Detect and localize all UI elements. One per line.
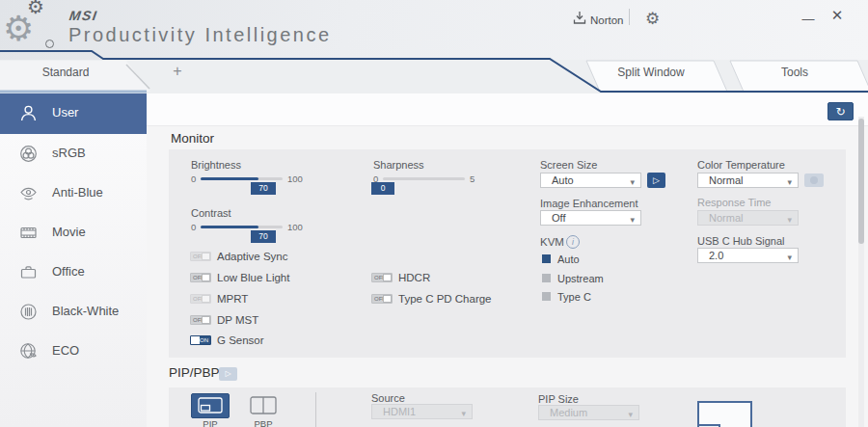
sidebar-item-label: Black-White — [52, 304, 119, 318]
brightness-slider[interactable] — [201, 177, 283, 180]
low-blue-light-label: Low Blue Light — [217, 272, 289, 283]
screen-size-apply-button[interactable]: ▷ — [647, 173, 665, 188]
sharpness-value-badge: 0 — [371, 182, 394, 195]
tab-tools[interactable]: Tools — [730, 66, 859, 79]
kvm-label: KVM — [540, 236, 564, 248]
pip-size-label: PIP Size — [538, 393, 579, 405]
contrast-min: 0 — [191, 222, 196, 232]
chevron-down-icon: ▾ — [787, 175, 792, 189]
pip-pbp-section-title: PIP/PBP — [169, 365, 220, 380]
minimize-button[interactable]: — — [800, 12, 817, 26]
content-header — [147, 93, 868, 126]
briefcase-icon — [18, 262, 39, 282]
sharpness-label: Sharpness — [373, 159, 424, 171]
brightness-label: Brightness — [191, 159, 241, 171]
type-c-pd-charge-label: Type C PD Charge — [398, 293, 492, 305]
chevron-down-icon: ▾ — [630, 213, 635, 227]
sidebar-item-office[interactable]: Office — [0, 253, 147, 292]
sidebar-item-label: User — [52, 105, 78, 120]
source-dropdown: HDMI1 ▾ — [371, 404, 473, 419]
kvm-radio-auto-label: Auto — [557, 254, 580, 265]
pbp-mode-label: PBP — [244, 418, 283, 427]
monitor-section-title: Monitor — [171, 131, 214, 146]
sidebar-item-label: ECO — [52, 343, 79, 358]
chevron-down-icon: ▾ — [461, 407, 466, 420]
adaptive-sync-toggle: OFF — [190, 252, 211, 261]
g-sensor-toggle[interactable]: ON — [190, 335, 211, 345]
pip-panel-divider — [315, 392, 316, 427]
kvm-radio-upstream[interactable] — [542, 274, 551, 282]
app-title: Productivity Intelligence — [68, 24, 332, 46]
refresh-icon: ↻ — [835, 105, 845, 119]
sidebar-item-label: sRGB — [52, 146, 86, 160]
kvm-radio-auto[interactable] — [542, 254, 551, 263]
pip-icon — [198, 401, 223, 417]
sidebar-item-srgb[interactable]: sRGB — [0, 134, 147, 173]
app-window: ⚙ ⚙ MSI Productivity Intelligence Norton… — [0, 0, 868, 427]
image-enhancement-dropdown[interactable]: Off ▾ — [540, 210, 641, 226]
color-temperature-custom-button — [804, 173, 824, 187]
image-enhancement-label: Image Enhancement — [540, 198, 638, 209]
response-time-dropdown: Normal ▾ — [697, 210, 799, 226]
g-sensor-label: G Sensor — [217, 334, 264, 346]
pip-size-dropdown: Medium ▾ — [538, 405, 639, 420]
hdcr-toggle[interactable]: OFF — [371, 273, 393, 282]
add-tab-button[interactable]: + — [168, 63, 187, 80]
close-button[interactable]: ✕ — [827, 7, 847, 24]
tab-split-window[interactable]: Split Window — [586, 66, 716, 79]
mprt-toggle: OFF — [190, 294, 211, 304]
contrast-slider[interactable] — [201, 226, 283, 228]
screen-size-label: Screen Size — [540, 159, 597, 171]
contrast-max: 100 — [287, 222, 303, 232]
sidebar-item-label: Movie — [52, 225, 86, 239]
eco-globe-icon — [18, 341, 39, 361]
settings-gear-icon[interactable]: ⚙ — [645, 9, 660, 29]
norton-label: Norton — [590, 14, 624, 26]
chevron-down-icon: ▾ — [787, 251, 792, 264]
brightness-max: 100 — [287, 173, 303, 184]
usb-c-hub-signal-dropdown[interactable]: 2.0 ▾ — [697, 248, 799, 263]
contrast-label: Contrast — [191, 207, 231, 219]
screen-size-dropdown[interactable]: Auto ▾ — [540, 173, 641, 188]
sidebar-item-label: Anti-Blue — [52, 185, 103, 200]
dp-mst-label: DP MST — [217, 314, 258, 326]
contrast-value-badge: 70 — [251, 230, 276, 243]
brand-logo: MSI — [68, 8, 99, 23]
mprt-label: MPRT — [217, 293, 248, 305]
monitor-panel: Brightness 0 100 70 Sharpness 0 5 0 Cont… — [169, 149, 846, 358]
brightness-min: 0 — [191, 173, 196, 184]
header-divider — [629, 9, 630, 25]
app-header: ⚙ ⚙ MSI Productivity Intelligence Norton… — [0, 0, 868, 60]
sidebar-item-movie[interactable]: Movie — [0, 213, 147, 253]
sidebar: User sRGB Anti-Blue Movie Office — [0, 93, 147, 427]
sidebar-item-eco[interactable]: ECO — [0, 332, 147, 371]
low-blue-light-toggle[interactable]: OFF — [190, 273, 211, 282]
chevron-down-icon: ▾ — [787, 213, 792, 227]
download-icon — [573, 11, 586, 29]
usb-c-hub-signal-label: USB C Hub Signal — [697, 235, 785, 247]
kvm-radio-type-c[interactable] — [542, 292, 551, 301]
sidebar-item-anti-blue[interactable]: Anti-Blue — [0, 173, 147, 213]
logo-gear-small-icon: ⚙ — [27, 0, 44, 16]
pip-pbp-play-button: ▷ — [219, 367, 237, 381]
srgb-icon — [18, 144, 39, 164]
scrollbar-thumb[interactable] — [858, 119, 864, 244]
tab-standard[interactable]: Standard — [0, 66, 131, 79]
pbp-mode-button[interactable] — [244, 394, 283, 417]
kvm-radio-upstream-label: Upstream — [557, 273, 604, 284]
sharpness-max: 5 — [470, 173, 475, 184]
chevron-down-icon: ▾ — [630, 175, 635, 189]
hdcr-label: HDCR — [398, 272, 430, 283]
color-temperature-dropdown[interactable]: Normal ▾ — [697, 173, 799, 188]
kvm-info-icon[interactable]: i — [566, 235, 580, 249]
norton-button[interactable]: Norton — [573, 11, 624, 29]
sharpness-slider[interactable] — [383, 177, 465, 180]
film-icon — [18, 223, 39, 243]
type-c-pd-charge-toggle[interactable]: OFF — [371, 294, 393, 304]
pip-mode-button[interactable] — [191, 393, 230, 418]
refresh-button[interactable]: ↻ — [827, 102, 854, 120]
sidebar-item-black-white[interactable]: Black-White — [0, 292, 147, 332]
sidebar-item-user[interactable]: User — [0, 93, 147, 134]
dp-mst-toggle[interactable]: OFF — [190, 315, 211, 325]
user-icon — [18, 103, 39, 123]
